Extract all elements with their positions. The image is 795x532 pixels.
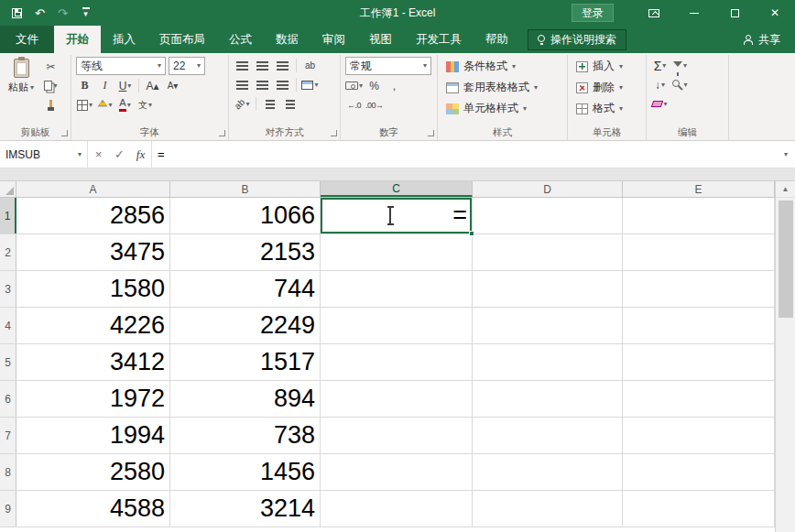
format-cells-button[interactable]: 格式▾	[572, 99, 641, 118]
row-header-5[interactable]: 5	[0, 344, 16, 380]
conditional-formatting-button[interactable]: 条件格式▾	[442, 57, 562, 76]
wrap-text-button[interactable]: ab	[301, 57, 319, 74]
cell-A4[interactable]: 4226	[16, 308, 170, 343]
accounting-format-button[interactable]: ▾	[345, 77, 363, 94]
italic-button[interactable]: I	[96, 77, 114, 94]
align-top-button[interactable]	[234, 57, 251, 74]
cell-A7[interactable]: 1994	[16, 418, 170, 453]
cell-B6[interactable]: 894	[170, 381, 321, 417]
underline-button[interactable]: U▾	[116, 77, 134, 94]
formula-input[interactable]: =	[151, 141, 777, 168]
decrease-decimal-button[interactable]: .00→	[365, 96, 384, 114]
format-painter-button[interactable]	[42, 96, 60, 114]
row-header-6[interactable]: 6	[0, 381, 16, 417]
redo-button[interactable]: ↷	[51, 0, 74, 26]
decrease-font-size-button[interactable]: A▾	[164, 77, 181, 94]
vertical-scrollbar[interactable]: ▲	[775, 181, 795, 532]
cell-D9[interactable]	[473, 491, 623, 527]
ribbon-tab-2[interactable]: 插入	[101, 26, 147, 53]
cell-B4[interactable]: 2249	[170, 308, 321, 343]
cell-A5[interactable]: 3412	[16, 344, 170, 380]
align-center-button[interactable]	[254, 76, 271, 93]
cell-E8[interactable]	[623, 454, 775, 490]
font-dialog-launcher[interactable]	[219, 130, 225, 136]
fill-handle[interactable]	[469, 231, 474, 236]
sort-filter-button[interactable]: ▾	[671, 57, 689, 74]
insert-cells-button[interactable]: 插入▾	[572, 57, 641, 76]
cell-styles-button[interactable]: 单元格样式▾	[442, 99, 562, 118]
file-tab[interactable]: 文件	[0, 26, 54, 53]
ribbon-tab-6[interactable]: 审阅	[310, 26, 357, 53]
decrease-indent-button[interactable]	[261, 95, 278, 113]
cell-B7[interactable]: 738	[170, 418, 321, 453]
formula-bar-expand-button[interactable]: ▾	[777, 141, 795, 168]
minimize-button[interactable]	[674, 0, 714, 26]
cell-C6[interactable]	[321, 381, 473, 417]
undo-button[interactable]: ↶	[28, 0, 51, 26]
increase-font-size-button[interactable]: A▴	[144, 77, 161, 94]
cell-E6[interactable]	[623, 381, 775, 417]
cut-button[interactable]: ✂	[42, 58, 60, 75]
align-bottom-button[interactable]	[274, 57, 291, 74]
sign-in-button[interactable]: 登录	[572, 4, 614, 22]
cell-E4[interactable]	[623, 308, 775, 343]
ribbon-tab-7[interactable]: 视图	[357, 26, 404, 53]
orientation-button[interactable]: ab▾	[234, 95, 251, 113]
cell-C1[interactable]: =	[321, 198, 473, 233]
cell-C9[interactable]	[321, 491, 473, 527]
tell-me-search[interactable]: 操作说明搜索	[528, 29, 626, 50]
row-header-9[interactable]: 9	[0, 491, 16, 527]
cell-B8[interactable]: 1456	[170, 454, 321, 490]
ribbon-tab-1[interactable]: 开始	[54, 26, 101, 53]
cell-A6[interactable]: 1972	[16, 381, 170, 417]
ribbon-tab-3[interactable]: 页面布局	[147, 26, 217, 53]
ribbon-tab-5[interactable]: 数据	[264, 26, 310, 53]
fill-button[interactable]: ↓▾	[651, 76, 669, 93]
percent-style-button[interactable]: %	[365, 77, 383, 94]
cell-D5[interactable]	[473, 344, 623, 380]
column-header-D[interactable]: D	[473, 181, 623, 197]
increase-decimal-button[interactable]: ←.0	[345, 96, 363, 114]
enter-button[interactable]: ✓	[109, 141, 130, 168]
paste-button[interactable]: 粘贴▾	[5, 57, 38, 125]
cell-D1[interactable]	[473, 198, 623, 233]
fill-color-button[interactable]: ▾	[96, 96, 114, 114]
bold-button[interactable]: B	[76, 77, 93, 94]
cell-C4[interactable]	[321, 308, 473, 343]
maximize-button[interactable]	[714, 0, 755, 26]
find-select-button[interactable]: ▾	[671, 76, 689, 93]
cell-A8[interactable]: 2580	[16, 454, 170, 490]
cell-D8[interactable]	[473, 454, 623, 490]
number-format-select[interactable]: 常规▾	[345, 57, 431, 75]
cell-E7[interactable]	[623, 418, 775, 453]
cell-A9[interactable]: 4588	[16, 491, 170, 527]
align-left-button[interactable]	[234, 76, 251, 93]
ribbon-tab-9[interactable]: 帮助	[474, 26, 520, 53]
comma-style-button[interactable]: ,	[386, 77, 403, 94]
save-button[interactable]	[5, 0, 28, 26]
row-header-7[interactable]: 7	[0, 418, 16, 453]
scroll-up-button[interactable]: ▲	[776, 181, 795, 198]
cell-C5[interactable]	[321, 344, 473, 380]
increase-indent-button[interactable]	[281, 95, 299, 113]
column-header-A[interactable]: A	[16, 181, 170, 197]
cell-B1[interactable]: 1066	[170, 198, 321, 233]
cell-A1[interactable]: 2856	[16, 198, 170, 233]
select-all-corner[interactable]	[0, 181, 16, 197]
ribbon-display-options-button[interactable]	[634, 0, 674, 26]
align-middle-button[interactable]	[254, 57, 271, 74]
cell-D7[interactable]	[473, 418, 623, 453]
cell-B5[interactable]: 1517	[170, 344, 321, 380]
cell-D3[interactable]	[473, 271, 623, 307]
align-right-button[interactable]	[274, 76, 291, 93]
ribbon-tab-4[interactable]: 公式	[217, 26, 264, 53]
cell-A3[interactable]: 1580	[16, 271, 170, 307]
copy-button[interactable]: ▾	[42, 77, 60, 94]
cell-D6[interactable]	[473, 381, 623, 417]
cell-D2[interactable]	[473, 234, 623, 270]
row-header-4[interactable]: 4	[0, 308, 16, 343]
row-header-2[interactable]: 2	[0, 234, 16, 270]
row-header-3[interactable]: 3	[0, 271, 16, 307]
clipboard-dialog-launcher[interactable]	[61, 130, 68, 136]
merge-center-button[interactable]: ▾	[301, 76, 319, 93]
